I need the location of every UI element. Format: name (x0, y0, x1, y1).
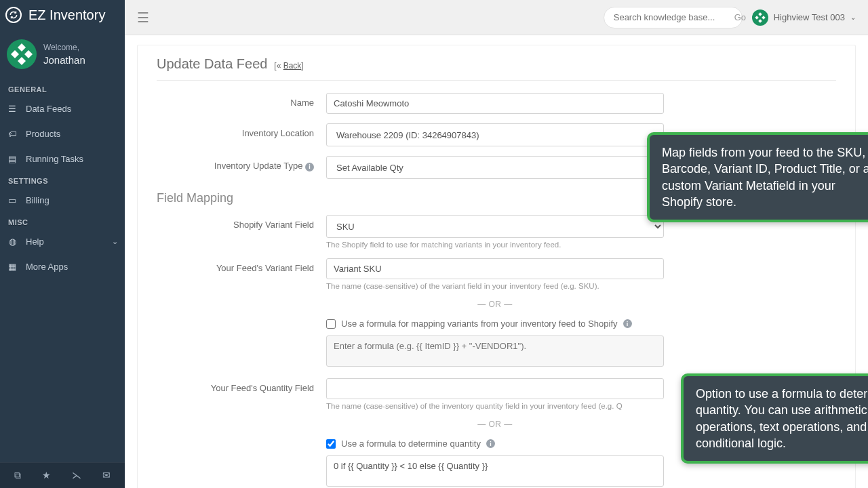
breadcrumb: [« Back] (274, 61, 303, 70)
formula-variant-label: Use a formula for mapping variants from … (341, 319, 618, 329)
search-box: Go (604, 7, 743, 28)
sidebar-item-label: More Apps (26, 262, 68, 272)
avatar-icon (752, 9, 768, 26)
feed-variant-help: The name (case-sensitive) of the variant… (326, 282, 664, 290)
shopify-field-label: Shopify Variant Field (157, 215, 326, 230)
sidebar-item-label: Billing (26, 195, 50, 205)
svg-marker-6 (755, 16, 759, 20)
svg-marker-1 (18, 57, 26, 65)
chevron-down-icon: ⌄ (112, 237, 118, 246)
card-icon: ▭ (7, 195, 18, 205)
feed-quantity-label: Your Feed's Quantity Field (157, 378, 326, 393)
formula-variant-checkbox[interactable] (326, 319, 336, 329)
feed-quantity-help: The name (case-sensitive) of the invento… (326, 402, 664, 410)
formula-qty-checkbox[interactable] (326, 439, 336, 449)
search-input[interactable] (614, 12, 728, 22)
shopify-field-help: The Shopify field to use for matching va… (326, 241, 664, 249)
refresh-icon (5, 7, 22, 23)
sidebar-item-label: Running Tasks (26, 154, 83, 164)
user-menu[interactable]: Highview Test 003 ⌄ (752, 9, 856, 26)
brand: EZ Inventory (0, 0, 125, 30)
svg-marker-7 (762, 16, 766, 20)
svg-marker-0 (18, 43, 26, 52)
update-type-label: Inventory Update Type i (157, 156, 326, 171)
or-separator: — OR — (326, 420, 664, 429)
nav-header-settings: SETTINGS (0, 171, 125, 188)
chevron-down-icon: ⌄ (850, 14, 856, 21)
formula-qty-label: Use a formula to determine quantity (341, 439, 481, 449)
sidebar-item-label: Data Feeds (26, 104, 71, 114)
name-label: Name (157, 93, 326, 108)
globe-icon: ◍ (7, 237, 18, 247)
location-select[interactable]: Warehouse 2209 (ID: 34264907843) (326, 123, 664, 146)
sidebar-item-more-apps[interactable]: ▦ More Apps (0, 254, 125, 279)
feed-variant-input[interactable] (326, 258, 664, 279)
svg-marker-3 (24, 50, 33, 58)
search-go-button[interactable]: Go (728, 12, 753, 22)
info-icon[interactable]: i (305, 163, 314, 171)
avatar (7, 39, 37, 69)
username: Jonathan (43, 54, 85, 66)
mail-icon[interactable]: ✉ (102, 470, 111, 481)
callout-formula-qty: Option to use a formula to determine qua… (681, 373, 868, 464)
location-label: Inventory Location (157, 123, 326, 138)
svg-marker-2 (11, 50, 19, 58)
tag-icon: 🏷 (7, 129, 18, 139)
list-icon: ☰ (7, 104, 18, 114)
shopify-field-select[interactable]: SKU (326, 215, 664, 238)
bottom-icons: ⧉ ★ ⋋ ✉ (0, 462, 125, 488)
sidebar-item-products[interactable]: 🏷 Products (0, 121, 125, 146)
sidebar-item-help[interactable]: ◍ Help ⌄ (0, 229, 125, 254)
grid-icon: ▦ (7, 262, 18, 272)
nav-header-misc: MISC (0, 213, 125, 229)
callout-field-mapping: Map fields from your feed to the SKU, Ba… (647, 132, 868, 222)
formula-qty-textarea[interactable]: 0 if {{ Quantity }} < 10 else {{ Quantit… (326, 455, 664, 487)
back-link[interactable]: Back (283, 61, 302, 70)
user-block: Welcome, Jonathan (0, 30, 125, 80)
star-icon[interactable]: ★ (42, 470, 51, 481)
main: Update Data Feed [« Back] Name Inventory… (125, 35, 868, 488)
sidebar-item-running-tasks[interactable]: ▤ Running Tasks (0, 146, 125, 171)
or-separator: — OR — (326, 300, 664, 309)
svg-marker-5 (758, 19, 762, 23)
sidebar: EZ Inventory Welcome, Jonathan GENERAL ☰… (0, 0, 125, 488)
hamburger-icon[interactable]: ☰ (137, 9, 149, 26)
archive-icon[interactable]: ⧉ (14, 470, 21, 481)
rss-icon[interactable]: ⋋ (72, 470, 81, 481)
update-type-select[interactable]: Set Available Qty (326, 156, 664, 179)
feed-variant-label: Your Feed's Variant Field (157, 258, 326, 273)
tasks-icon: ▤ (7, 154, 18, 164)
sidebar-item-data-feeds[interactable]: ☰ Data Feeds (0, 96, 125, 121)
nav-header-general: GENERAL (0, 80, 125, 96)
sidebar-item-billing[interactable]: ▭ Billing (0, 188, 125, 213)
welcome-label: Welcome, (43, 43, 85, 52)
brand-name: EZ Inventory (28, 7, 105, 23)
page-title: Update Data Feed (157, 56, 267, 72)
sidebar-item-label: Products (26, 129, 60, 139)
user-menu-name: Highview Test 003 (774, 12, 845, 22)
svg-marker-4 (758, 12, 762, 16)
sidebar-item-label: Help (26, 237, 44, 247)
topbar: ☰ Go Highview Test 003 ⌄ (125, 0, 868, 35)
formula-variant-textarea[interactable] (326, 336, 664, 367)
name-input[interactable] (326, 93, 664, 114)
info-icon[interactable]: i (486, 439, 495, 448)
feed-quantity-input[interactable] (326, 378, 664, 399)
info-icon[interactable]: i (623, 319, 632, 328)
